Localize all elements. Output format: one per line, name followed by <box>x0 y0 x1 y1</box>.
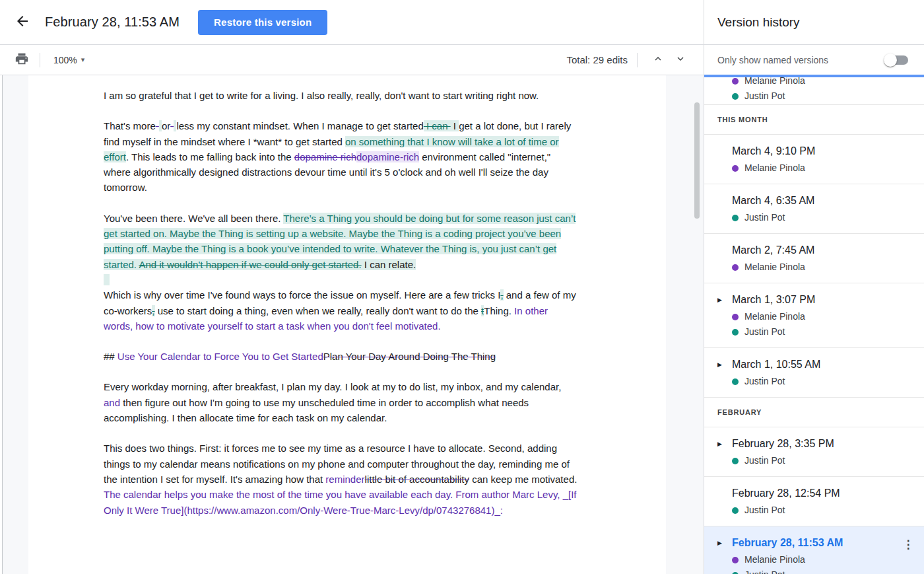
text-run: ## <box>104 351 117 362</box>
named-versions-toggle[interactable] <box>886 55 908 65</box>
version-header-bar: February 28, 11:53 AM Restore this versi… <box>0 0 704 45</box>
version-title: February 28, 11:53 AM <box>45 15 180 30</box>
edit-run-purple: reminder <box>325 474 364 485</box>
total-edits-label: Total: 29 edits <box>566 54 628 65</box>
author-row: Melanie Pinola <box>732 555 900 565</box>
version-item-body: March 1, 3:07 PMMelanie PinolaJustin Pot <box>732 293 916 337</box>
version-item[interactable]: March 4, 9:10 PMMelanie Pinola <box>704 135 924 184</box>
restore-version-button[interactable]: Restore this version <box>198 10 327 35</box>
author-row: Justin Pot <box>732 91 924 101</box>
edit-run-blackStrikeP: little bit of accountability <box>365 474 469 485</box>
expand-arrow-icon[interactable]: ▶ <box>717 437 732 466</box>
author-row: Justin Pot <box>732 456 916 466</box>
author-row: Justin Pot <box>732 327 916 337</box>
document-canvas: I am so grateful that I get to write for… <box>0 75 704 574</box>
toggle-knob <box>884 54 897 67</box>
author-name: Melanie Pinola <box>744 555 805 565</box>
author-color-dot <box>732 215 739 221</box>
section-label: THIS MONTH <box>717 116 768 124</box>
text-run: Which is why over time I've found ways t… <box>104 289 500 301</box>
author-name: Justin Pot <box>744 456 785 466</box>
version-date: March 4, 9:10 PM <box>732 145 916 158</box>
version-item[interactable]: ▶March 1, 3:07 PMMelanie PinolaJustin Po… <box>704 283 924 348</box>
next-edit-button[interactable] <box>669 50 692 70</box>
document-scrollbar[interactable] <box>694 102 700 219</box>
document-paragraph <box>104 272 579 287</box>
version-section-header: FEBRUARY <box>704 398 924 427</box>
author-name: Melanie Pinola <box>744 77 805 86</box>
author-row: Justin Pot <box>732 377 916 386</box>
author-row: Melanie Pinola <box>732 77 924 86</box>
version-item[interactable]: February 28, 12:54 PMJustin Pot <box>704 477 924 526</box>
author-color-dot <box>732 329 739 336</box>
author-color-dot <box>732 557 739 563</box>
document-paragraph: ## Use Your Calendar to Force You to Get… <box>104 349 579 364</box>
version-item[interactable]: ▶February 28, 11:53 AMMelanie PinolaJust… <box>704 526 924 574</box>
overflow-menu-icon[interactable]: ⋮ <box>900 536 916 574</box>
version-date: February 28, 12:54 PM <box>732 487 916 500</box>
app-window: February 28, 11:53 AM Restore this versi… <box>0 0 924 574</box>
edit-run-purpleHl: dopamine-rich <box>356 151 419 162</box>
text-run: Every workday morning, after breakfast, … <box>104 381 561 392</box>
expand-arrow-icon[interactable]: ▶ <box>717 536 732 574</box>
print-button[interactable] <box>13 52 30 69</box>
document-paragraph: This does two things. First: it forces m… <box>104 441 579 517</box>
text-run: That's more <box>104 120 156 131</box>
version-item-body: March 2, 7:45 AMMelanie Pinola <box>732 244 916 272</box>
chevron-up-icon <box>653 54 663 66</box>
edit-run-blackStrikeP: Plan Your Day Around Doing The Thing <box>323 351 496 362</box>
zoom-level-value: 100% <box>53 55 77 65</box>
collapsed-panel-edge <box>0 75 3 574</box>
version-item[interactable]: March 4, 6:35 AMJustin Pot <box>704 184 924 234</box>
edit-run-purple: The calendar helps you make the most of … <box>104 489 576 515</box>
version-section-header: THIS MONTH <box>704 105 924 135</box>
named-versions-label: Only show named versions <box>717 55 886 65</box>
version-date: March 4, 6:35 AM <box>732 194 916 207</box>
edit-run-purple: Use Your Calendar to Force You to Get St… <box>117 351 323 362</box>
zoom-level-dropdown[interactable]: 100% ▾ <box>50 52 88 68</box>
expand-arrow-icon[interactable]: ▶ <box>717 293 732 337</box>
expand-arrow-icon[interactable]: ▶ <box>717 358 732 386</box>
author-name: Justin Pot <box>744 91 785 101</box>
version-item[interactable]: ▶February 28, 3:35 PMJustin Pot <box>704 427 924 477</box>
author-color-dot <box>732 572 739 574</box>
document-paragraph: That's more- or- less my constant mindse… <box>104 118 579 195</box>
author-row: Justin Pot <box>732 505 916 515</box>
document-paragraph: You've been there. We've all been there.… <box>104 211 579 272</box>
author-name: Justin Pot <box>744 505 785 515</box>
text-run: use to start doing a thing, even when we… <box>155 305 482 316</box>
expand-arrow-spacer <box>717 244 732 272</box>
author-row: Justin Pot <box>732 213 916 223</box>
author-color-dot <box>732 93 739 100</box>
author-color-dot <box>732 314 739 320</box>
author-row: Justin Pot <box>732 570 900 574</box>
version-date: March 1, 10:55 AM <box>732 358 916 371</box>
version-item[interactable]: ▶March 1, 10:55 AMJustin Pot <box>704 348 924 398</box>
print-icon <box>15 52 29 68</box>
author-color-dot <box>732 78 739 85</box>
text-run: Thing. <box>484 305 514 316</box>
previous-edit-button[interactable] <box>647 50 669 70</box>
expand-arrow-spacer <box>717 194 732 223</box>
version-item-body: March 1, 10:55 AMJustin Pot <box>732 358 916 386</box>
author-name: Justin Pot <box>744 377 785 386</box>
version-date: March 1, 3:07 PM <box>732 293 916 306</box>
document-paragraph: I am so grateful that I get to write for… <box>104 88 579 103</box>
author-name: Melanie Pinola <box>744 262 805 272</box>
chevron-down-icon <box>675 54 686 66</box>
text-run: then figure out how I'm going to use my … <box>104 397 529 423</box>
expand-arrow-spacer <box>717 145 732 173</box>
edit-run-purpleStrike: dopamine rich <box>294 151 356 162</box>
version-item-partial[interactable]: Melanie PinolaJustin Pot <box>704 77 924 105</box>
author-color-dot <box>732 507 739 514</box>
version-item[interactable]: March 2, 7:45 AMMelanie Pinola <box>704 234 924 283</box>
back-button[interactable] <box>9 9 36 36</box>
edit-run-purple: and <box>104 397 120 408</box>
text-run: I am so grateful that I get to write for… <box>104 90 539 101</box>
text-run: or <box>162 120 170 131</box>
author-name: Melanie Pinola <box>744 163 805 173</box>
text-run: less my constant mindset. When I manage … <box>176 120 423 131</box>
section-label: FEBRUARY <box>717 408 762 416</box>
text-run: can keep me motivated. <box>469 474 577 485</box>
edit-run-tealStrike: I can <box>424 120 451 131</box>
